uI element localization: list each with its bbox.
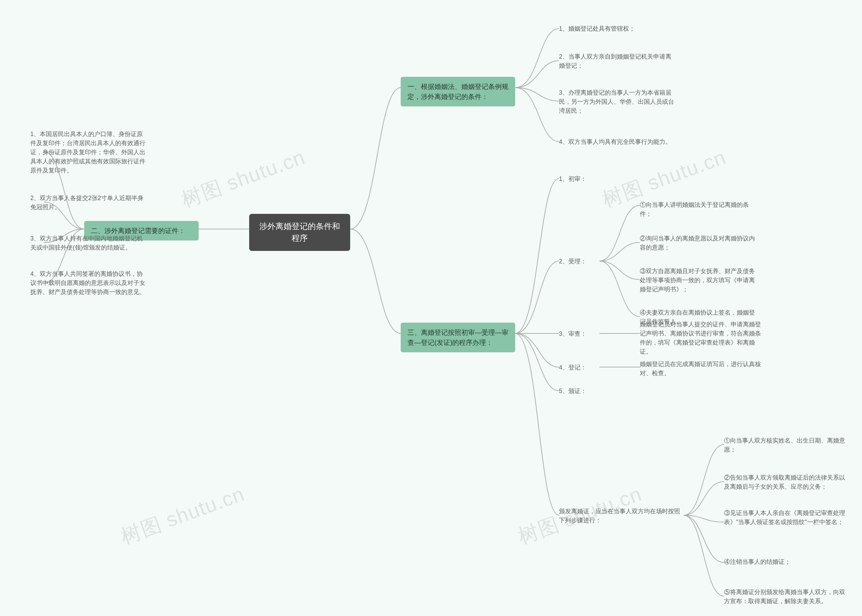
- watermark: 树图 shutu.cn: [117, 481, 248, 551]
- issue-item-4: ④注销当事人的结婚证；: [724, 558, 845, 566]
- step-3: 3、审查：: [559, 329, 599, 338]
- s2-item-4: 4、双方当事人共同签署的离婚协议书，协议书中载明自愿离婚的意思表示以及对子女抚养…: [30, 269, 146, 297]
- issue-item-2: ②告知当事人双方领取离婚证后的法律关系以及离婚后与子女的关系、应尽的义务；: [724, 473, 845, 491]
- s1-item-3: 3、办理离婚登记的当事人一方为本省籍居民，另一方为外国人、华侨、出国人员或台湾居…: [559, 88, 677, 116]
- step2-item-3: ③双方自愿离婚且对子女抚养、财产及债务处理等事项协商一致的，双方填写《申请离婚登…: [640, 267, 758, 294]
- issue-item-5: ⑤将离婚证分别颁发给离婚当事人双方，向双方宣布：取得离婚证，解除夫妻关系。: [724, 588, 845, 606]
- s2-item-2: 2、双方当事人各提交2张2寸单人近期半身免冠照片。: [30, 194, 146, 212]
- step-4: 4、登记：: [559, 363, 599, 372]
- step-5: 5、颁证：: [559, 387, 599, 396]
- s1-item-1: 1、婚姻登记处具有管辖权；: [559, 24, 677, 33]
- step2-item-1: ①向当事人讲明婚姻法关于登记离婚的条件；: [640, 200, 758, 218]
- s2-item-1: 1、本国居民出具本人的户口簿、身份证原件及复印件；台湾居民出具本人的有效通行证，…: [30, 130, 146, 175]
- step-2: 2、受理：: [559, 257, 599, 266]
- mindmap-canvas: 树图 shutu.cn 树图 shutu.cn 树图 shutu.cn 树图 s…: [0, 0, 862, 616]
- root-node[interactable]: 涉外离婚登记的条件和程序: [249, 214, 350, 251]
- issue-item-3: ③见证当事人本人亲自在《离婚登记审查处理表》"当事人领证签名或按指纹"一栏中签名…: [724, 509, 845, 527]
- step2-item-2: ②询问当事人的离婚意愿以及对离婚协议内容的意愿；: [640, 234, 758, 252]
- section-3[interactable]: 三、离婚登记按照初审—受理—审查—登记(发证)的程序办理：: [401, 323, 515, 352]
- s1-item-4: 4、双方当事人均具有完全民事行为能力。: [559, 137, 677, 146]
- s2-item-3: 3、双方当事人持有在中国内地婚姻登记机关或中国驻外使(领)馆颁发的结婚证。: [30, 234, 146, 252]
- s1-item-2: 2、当事人双方亲自到婚姻登记机关申请离婚登记；: [559, 52, 677, 71]
- step-1: 1、初审：: [559, 174, 599, 184]
- step3-detail: 婚姻登记员对当事人提交的证件、申请离婚登记声明书、离婚协议书进行审查，符合离婚条…: [640, 320, 765, 356]
- watermark: 树图 shutu.cn: [178, 144, 309, 214]
- step4-detail: 婚姻登记员在完成离婚证填写后，进行认真核对、检查。: [640, 360, 765, 378]
- section-1[interactable]: 一、根据婚姻法、婚姻登记条例规定，涉外离婚登记的条件：: [401, 77, 515, 107]
- issue-title: 颁发离婚证，应当在当事人双方均在场时按照下列步骤进行：: [559, 507, 683, 525]
- issue-item-1: ①向当事人双方核实姓名、出生日期、离婚意愿；: [724, 436, 845, 454]
